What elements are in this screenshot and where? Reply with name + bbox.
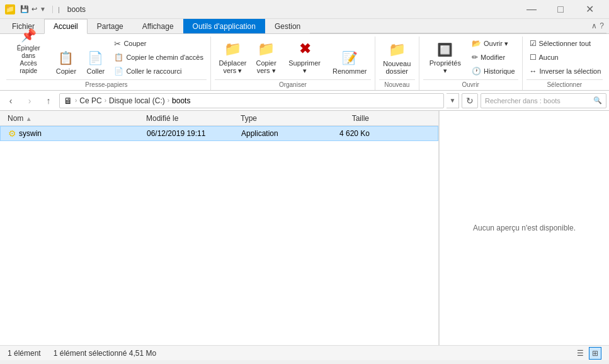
main-area: Nom ▲ Modifié le Type Taille ⚙ syswin 06… [0,111,609,345]
separator: | [52,6,60,13]
tab-outils[interactable]: Outils d'application [183,19,265,33]
status-selected: 1 élément sélectionné 4,51 Mo [54,349,156,358]
path-disque[interactable]: Disque local (C:) [109,96,165,105]
path-sep-1: › [75,97,77,104]
address-dropdown[interactable]: ▼ [447,93,459,108]
status-bar: 1 élément 1 élément sélectionné 4,51 Mo … [0,345,609,360]
ribbon-group-content-organiser: 📁 Déplacervers ▾ 📁 Copiervers ▾ ✖ Suppri… [215,37,371,78]
ribbon-help[interactable]: ? [600,21,604,30]
ribbon-group-presse-papiers: 📌 Épingler dansAccès rapide 📋 Copier 📄 C… [3,37,211,90]
path-ce-pc[interactable]: Ce PC [79,96,101,105]
file-name-text-syswin: syswin [19,129,42,138]
tab-gestion[interactable]: Gestion [265,19,310,33]
search-placeholder: Rechercher dans : boots [485,97,561,105]
status-left: 1 élément 1 élément sélectionné 4,51 Mo [8,349,156,358]
forward-button[interactable]: › [21,93,38,109]
inverser-button[interactable]: ↔ Inverser la sélection [526,65,605,77]
supprimer-button[interactable]: ✖ Supprimer ▾ [282,37,327,78]
ribbon-group-content-nouveau: 📁 Nouveaudossier [379,37,415,78]
tab-partage[interactable]: Partage [88,19,133,33]
coller-button[interactable]: 📄 Coller [81,37,110,78]
ribbon-group-organiser: 📁 Déplacervers ▾ 📁 Copiervers ▾ ✖ Suppri… [211,37,375,90]
quick-access-dropdown[interactable]: ▼ [40,6,46,13]
selectionner-buttons: ☑ Sélectionner tout ☐ Aucun ↔ Inverser l… [526,37,605,78]
maximize-button[interactable]: □ [546,0,575,19]
nouveau-dossier-button[interactable]: 📁 Nouveaudossier [379,37,415,78]
epingler-button[interactable]: 📌 Épingler dansAccès rapide [6,37,50,78]
copier-vers-button[interactable]: 📁 Copiervers ▾ [252,37,281,78]
ribbon-content: 📌 Épingler dansAccès rapide 📋 Copier 📄 C… [0,34,609,91]
close-button[interactable]: ✕ [575,0,604,19]
col-header-modified[interactable]: Modifié le [141,114,236,123]
ribbon-collapse[interactable]: ∧ [591,21,597,30]
title-bar: 📁 💾 ↩ ▼ | boots — □ ✕ [0,0,609,19]
proprietes-button[interactable]: 🔲 Propriétés ▾ [423,37,467,78]
file-type-syswin: Application [236,129,312,138]
status-count: 1 élément [8,349,41,358]
ribbon-group-selectionner: ☑ Sélectionner tout ☐ Aucun ↔ Inverser l… [523,37,606,90]
path-icon: 🖥 [64,96,72,106]
couper-button[interactable]: ✂ Couper [111,37,207,50]
col-header-name[interactable]: Nom ▲ [3,114,141,123]
group-label-presse: Presse-papiers [6,79,207,90]
ribbon-group-ouvrir: 🔲 Propriétés ▾ 📂 Ouvrir ▾ ✏ Modifier 🕐 H… [419,37,523,90]
quick-access-undo[interactable]: ↩ [31,5,37,13]
up-button[interactable]: ↑ [40,93,57,109]
window-title: boots [67,5,86,14]
view-details-button[interactable]: ⊞ [589,347,601,360]
group-label-nouveau: Nouveau [379,79,415,90]
search-box[interactable]: Rechercher dans : boots 🔍 [481,93,606,108]
aucun-button[interactable]: ☐ Aucun [526,51,605,64]
title-bar-left: 📁 💾 ↩ ▼ | boots [5,4,86,14]
search-icon: 🔍 [593,96,602,105]
file-size-syswin: 4 620 Ko [312,129,375,138]
window-controls: — □ ✕ [517,0,604,19]
renommer-button[interactable]: 📝 Renommer [329,37,371,78]
ouvrir-button[interactable]: 📂 Ouvrir ▾ [469,37,518,50]
deplacer-button[interactable]: 📁 Déplacervers ▾ [215,37,251,78]
view-list-button[interactable]: ☰ [574,347,586,360]
status-right: ☰ ⊞ [574,347,601,360]
address-bar: ‹ › ↑ 🖥 › Ce PC › Disque local (C:) › bo… [0,91,609,111]
ribbon-group-content-ouvrir: 🔲 Propriétés ▾ 📂 Ouvrir ▾ ✏ Modifier 🕐 H… [423,37,518,78]
path-sep-3: › [168,97,169,104]
file-modified-syswin: 06/12/2019 19:11 [142,129,236,138]
refresh-button[interactable]: ↻ [462,93,478,108]
historique-button[interactable]: 🕐 Historique [469,65,518,77]
file-row-syswin[interactable]: ⚙ syswin 06/12/2019 19:11 Application 4 … [0,126,438,141]
group-label-ouvrir: Ouvrir [423,79,518,90]
tab-affichage[interactable]: Affichage [133,19,183,33]
minimize-button[interactable]: — [517,0,546,19]
file-icon-syswin: ⚙ [8,128,16,139]
group-label-selectionner: Sélectionner [526,79,603,90]
path-boots[interactable]: boots [172,96,190,105]
file-list[interactable]: Nom ▲ Modifié le Type Taille ⚙ syswin 06… [0,111,439,345]
sort-arrow: ▲ [26,115,32,122]
ribbon-group-nouveau: 📁 Nouveaudossier Nouveau [375,37,419,90]
file-name-syswin: ⚙ syswin [3,128,142,139]
ribbon-group-content-presse: 📌 Épingler dansAccès rapide 📋 Copier 📄 C… [6,37,207,78]
path-sep-2: › [105,97,106,104]
back-button[interactable]: ‹ [3,93,19,109]
folder-icon: 📁 [5,4,15,14]
col-header-size[interactable]: Taille [311,114,374,123]
copier-chemin-button[interactable]: 📋 Copier le chemin d'accès [111,51,207,64]
ribbon-tab-bar: Fichier Accueil Partage Affichage Outils… [0,19,609,34]
file-list-header: Nom ▲ Modifié le Type Taille [0,111,438,126]
coller-raccourci-button[interactable]: 📄 Coller le raccourci [111,65,207,77]
modifier-button[interactable]: ✏ Modifier [469,51,518,64]
preview-pane: Aucun aperçu n'est disponible. [439,111,609,345]
quick-access-save[interactable]: 💾 [20,5,29,13]
tab-accueil[interactable]: Accueil [44,19,88,34]
presse-small-buttons: ✂ Couper 📋 Copier le chemin d'accès 📄 Co… [111,37,207,78]
col-header-type[interactable]: Type [236,114,311,123]
ribbon-group-content-selectionner: ☑ Sélectionner tout ☐ Aucun ↔ Inverser l… [526,37,603,78]
ouvrir-small-buttons: 📂 Ouvrir ▾ ✏ Modifier 🕐 Historique [469,37,518,78]
address-path[interactable]: 🖥 › Ce PC › Disque local (C:) › boots [59,93,444,108]
selectionner-tout-button[interactable]: ☑ Sélectionner tout [526,37,605,50]
copier-button[interactable]: 📋 Copier [52,37,80,78]
group-label-organiser: Organiser [215,79,371,90]
preview-text: Aucun aperçu n'est disponible. [473,224,576,232]
